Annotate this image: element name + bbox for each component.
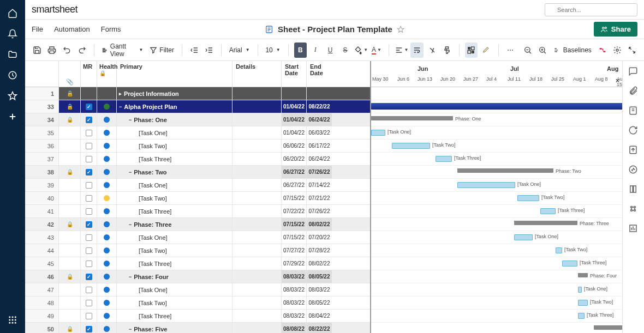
size-selector[interactable]: 10▼ — [263, 46, 282, 54]
favorite-icon[interactable] — [397, 26, 404, 33]
gantt-bar[interactable] — [457, 168, 553, 173]
checkbox[interactable] — [86, 130, 92, 136]
align-button[interactable]: ▼ — [395, 43, 409, 58]
grid-row[interactable]: 46🔒✓−Phase: Four08/03/2208/05/22 — [25, 270, 370, 283]
gantt-bar[interactable] — [594, 325, 622, 330]
checkbox[interactable] — [86, 287, 92, 293]
highlight-icon[interactable] — [480, 43, 492, 58]
grid-row[interactable]: 1🔒▸Project Information — [25, 87, 370, 100]
checkbox[interactable] — [86, 313, 92, 319]
expand-icon[interactable] — [626, 43, 639, 58]
gantt-bar[interactable] — [371, 103, 622, 110]
gantt-bar[interactable] — [578, 273, 588, 277]
grid-row[interactable]: 48[Task Two]08/03/2208/05/22 — [25, 296, 370, 310]
grid-row[interactable]: 41[Task Three]07/22/2207/26/22 — [25, 205, 370, 218]
grid-row[interactable]: 50🔒✓−Phase: Five08/08/2208/22/22 — [25, 323, 370, 333]
publish-icon[interactable] — [628, 145, 639, 156]
folder-icon[interactable] — [7, 49, 18, 60]
gantt-bar[interactable] — [436, 156, 452, 162]
col-end[interactable]: End Date — [307, 61, 332, 87]
font-selector[interactable]: Arial▼ — [227, 46, 252, 54]
critical-path-icon[interactable] — [596, 43, 609, 58]
gantt-bar[interactable] — [578, 287, 582, 293]
col-start[interactable]: Start Date — [282, 61, 307, 87]
grid-row[interactable]: 40[Task Two]07/15/2207/21/22 — [25, 192, 370, 205]
gantt-bar[interactable] — [457, 182, 515, 188]
grid-row[interactable]: 47[Task One]08/03/2208/03/22 — [25, 283, 370, 296]
col-health[interactable]: Health🔒 — [97, 61, 117, 87]
col-primary[interactable]: Primary — [117, 61, 232, 87]
grid-row[interactable]: 44[Task Two]07/27/2207/28/22 — [25, 244, 370, 257]
filter-button[interactable]: Filter — [147, 46, 176, 54]
grid-row[interactable]: 34🔒✓−Phase: One01/04/2206/24/22 — [25, 113, 370, 126]
format-painter-icon[interactable] — [440, 43, 453, 58]
menu-file[interactable]: File — [32, 25, 43, 33]
menu-automation[interactable]: Automation — [54, 25, 90, 33]
activity-icon[interactable] — [628, 165, 639, 175]
grid-row[interactable]: 43[Task One]07/15/2207/20/22 — [25, 231, 370, 244]
add-icon[interactable] — [7, 111, 18, 122]
checkbox[interactable] — [86, 261, 92, 267]
gantt-bar[interactable] — [392, 143, 430, 149]
gantt-bar[interactable] — [517, 195, 539, 201]
gantt-bar[interactable] — [556, 247, 562, 253]
col-details[interactable]: Details — [232, 61, 282, 87]
brief-icon[interactable] — [628, 184, 639, 195]
clear-format-icon[interactable] — [426, 43, 438, 58]
underline-button[interactable]: U — [324, 43, 336, 58]
home-icon[interactable] — [7, 8, 18, 19]
menu-forms[interactable]: Forms — [101, 25, 121, 33]
text-color-button[interactable]: A▼ — [370, 43, 383, 58]
gantt-bar[interactable] — [562, 261, 577, 267]
checkbox-checked[interactable]: ✓ — [86, 104, 92, 110]
gantt-bar[interactable] — [578, 313, 585, 319]
checkbox-checked[interactable]: ✓ — [86, 117, 92, 123]
zoom-out-icon[interactable] — [521, 43, 534, 58]
redo-icon[interactable] — [75, 43, 88, 58]
checkbox[interactable] — [86, 247, 92, 254]
undo-icon[interactable] — [61, 43, 73, 58]
grid-row[interactable]: 35[Task One]01/04/2206/03/22 — [25, 126, 370, 140]
more-icon[interactable]: ⋯ — [504, 43, 516, 58]
gantt-bar[interactable] — [578, 300, 588, 306]
close-icon[interactable]: ✕ — [615, 77, 620, 84]
view-selector[interactable]: Gantt View▼ — [100, 43, 146, 58]
recent-icon[interactable] — [7, 70, 18, 81]
attachments-icon[interactable] — [628, 86, 639, 97]
grid-row[interactable]: 33🔒✓−Alpha Project Plan01/04/2208/22/22 — [25, 100, 370, 113]
share-button[interactable]: Share — [594, 22, 637, 37]
cond-format-icon[interactable] — [465, 43, 478, 58]
summary-icon[interactable] — [628, 223, 639, 234]
checkbox-checked[interactable]: ✓ — [86, 169, 92, 175]
grid-row[interactable]: 42🔒✓−Phase: Three07/15/2208/02/22 — [25, 218, 370, 231]
checkbox[interactable] — [86, 300, 92, 306]
checkbox-checked[interactable]: ✓ — [86, 274, 92, 280]
fill-color-button[interactable]: ▼ — [354, 43, 368, 58]
apps-icon[interactable] — [7, 314, 18, 325]
zoom-in-icon[interactable] — [536, 43, 548, 58]
checkbox[interactable] — [86, 195, 92, 202]
gantt-bar[interactable] — [514, 221, 577, 225]
grid-row[interactable]: 36[Task Two]06/06/2206/17/22 — [25, 140, 370, 153]
indent-icon[interactable] — [202, 43, 215, 58]
italic-button[interactable]: I — [309, 43, 321, 58]
proof-icon[interactable] — [628, 106, 639, 117]
gantt-bar[interactable] — [540, 208, 556, 214]
grid-row[interactable]: 45[Task Three]07/29/2208/02/22 — [25, 257, 370, 270]
save-icon[interactable] — [31, 43, 43, 58]
comments-icon[interactable] — [628, 66, 639, 77]
search-input[interactable] — [545, 3, 637, 16]
strike-button[interactable]: S — [339, 43, 351, 58]
checkbox-checked[interactable]: ✓ — [86, 326, 92, 332]
bold-button[interactable]: B — [294, 43, 307, 58]
attachments-icon[interactable]: 📎 — [66, 78, 74, 86]
checkbox[interactable] — [86, 234, 92, 241]
gantt-bar[interactable] — [514, 234, 533, 240]
gantt-bar[interactable] — [371, 130, 385, 136]
col-mr[interactable]: MR — [81, 61, 97, 87]
workapps-icon[interactable] — [628, 204, 639, 215]
bell-icon[interactable] — [7, 28, 18, 39]
wrap-button[interactable] — [410, 43, 423, 58]
outdent-icon[interactable] — [188, 43, 200, 58]
checkbox[interactable] — [86, 208, 92, 215]
